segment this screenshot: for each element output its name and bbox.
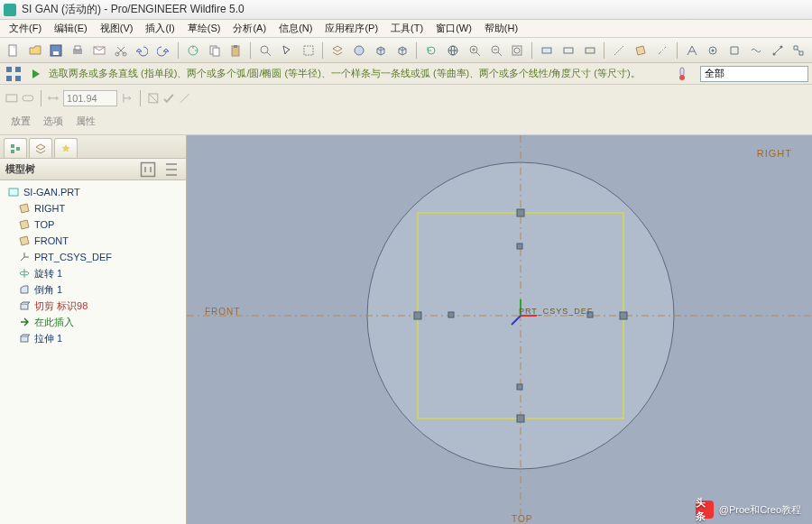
svg-line-30	[659, 47, 666, 54]
plane-icon	[18, 202, 31, 215]
dim2-button[interactable]	[558, 41, 578, 60]
tree-item[interactable]: FRONT	[2, 233, 184, 249]
tree-show-button[interactable]	[162, 161, 180, 178]
tree-item[interactable]: 旋转 1	[2, 265, 184, 281]
hint-toggle-button[interactable]	[4, 64, 23, 84]
tree-item[interactable]: 在此插入	[2, 314, 184, 330]
sketch-e-button[interactable]	[768, 41, 788, 60]
new-file-button[interactable]	[4, 41, 23, 60]
tab-placement[interactable]: 放置	[11, 115, 31, 128]
sketch-b-button[interactable]	[703, 41, 723, 60]
render-icon	[353, 44, 365, 57]
svg-line-41	[180, 94, 189, 103]
menu-tools[interactable]: 工具(T)	[385, 20, 429, 37]
sketch-line-icon[interactable]	[179, 90, 191, 106]
zoom-fit-icon	[511, 44, 523, 57]
zoom-fit-button[interactable]	[507, 41, 527, 60]
tree-root[interactable]: SI-GAN.PRT	[2, 184, 184, 200]
tab-properties[interactable]: 属性	[76, 115, 96, 128]
redo-icon	[157, 44, 170, 57]
tree-item-label: 切剪 标识98	[34, 299, 88, 313]
copy-button[interactable]	[205, 41, 225, 60]
svg-rect-50	[414, 312, 421, 319]
paste-button[interactable]	[226, 41, 245, 60]
svg-point-33	[772, 52, 775, 55]
ref-button[interactable]	[609, 41, 629, 60]
tree-item-label: 旋转 1	[34, 267, 62, 280]
redo-button[interactable]	[153, 41, 173, 60]
hint-play-icon	[29, 67, 43, 81]
globe-button[interactable]	[443, 41, 463, 60]
menu-help[interactable]: 帮助(H)	[479, 20, 523, 37]
svg-rect-44	[16, 147, 20, 151]
sketch-a-button[interactable]	[682, 41, 702, 60]
cube-button[interactable]	[371, 41, 391, 60]
open-file-button[interactable]	[25, 41, 45, 60]
sketch-depth-icon[interactable]	[121, 90, 134, 106]
sketch-d-button[interactable]	[746, 41, 766, 60]
render-button[interactable]	[349, 41, 369, 60]
box-select-button[interactable]	[299, 41, 318, 60]
save-disk-button[interactable]	[47, 41, 67, 60]
zoom-in-button[interactable]	[465, 41, 484, 60]
sketch-rect-icon[interactable]	[5, 90, 18, 106]
print-icon	[71, 44, 84, 57]
select-button[interactable]	[277, 41, 297, 60]
menu-window[interactable]: 窗口(W)	[430, 20, 477, 37]
extrude-icon	[18, 332, 31, 345]
dimension-input[interactable]	[63, 90, 117, 106]
menu-analysis[interactable]: 分析(A)	[227, 20, 272, 37]
undo-button[interactable]	[133, 41, 152, 60]
tree-settings-button[interactable]	[139, 161, 157, 178]
sketch-section-icon[interactable]	[147, 90, 160, 106]
dim1-icon	[540, 44, 553, 57]
sketch-f-button[interactable]	[789, 41, 808, 60]
svg-point-16	[355, 46, 364, 55]
tree-item[interactable]: 倒角 1	[2, 281, 184, 298]
tree-item[interactable]: TOP	[2, 216, 184, 233]
sketch-dim-icon[interactable]	[47, 90, 60, 106]
plane-icon	[18, 218, 31, 231]
graphics-viewport[interactable]: RIGHT TOP FRONT PRT_CSYS_DEF	[187, 135, 812, 524]
tab-layers[interactable]	[29, 138, 52, 158]
tree-item[interactable]: 切剪 标识98	[2, 298, 184, 314]
sketch-a-icon	[686, 44, 698, 57]
tree-item[interactable]: PRT_CSYS_DEF	[2, 249, 184, 265]
tab-star[interactable]	[54, 138, 78, 158]
menu-file[interactable]: 文件(F)	[4, 20, 47, 37]
menu-sketch[interactable]: 草绘(S)	[182, 20, 226, 37]
tab-tree[interactable]	[4, 138, 27, 158]
axis-button[interactable]	[652, 41, 672, 60]
layers-button[interactable]	[328, 41, 347, 60]
separator	[250, 42, 251, 59]
panel-title: 模型树	[5, 162, 35, 176]
tab-options[interactable]: 选项	[43, 115, 63, 128]
regenerate-button[interactable]	[183, 41, 203, 60]
dim3-button[interactable]	[580, 41, 600, 60]
wire-button[interactable]	[392, 41, 412, 60]
menu-app[interactable]: 应用程序(P)	[319, 20, 383, 37]
svg-rect-12	[234, 45, 237, 48]
mail-button[interactable]	[89, 41, 109, 60]
menu-edit[interactable]: 编辑(E)	[49, 20, 93, 37]
tree-item[interactable]: 拉伸 1	[2, 330, 184, 346]
tree-item[interactable]: RIGHT	[2, 200, 184, 216]
sketch-slot-icon[interactable]	[22, 90, 34, 106]
side-tabstrip	[0, 135, 186, 159]
find-button[interactable]	[255, 41, 275, 60]
filter-dropdown[interactable]: 全部	[700, 66, 808, 82]
sketch-check-icon[interactable]	[162, 90, 175, 106]
cut-button[interactable]	[111, 41, 131, 60]
print-button[interactable]	[68, 41, 88, 60]
menu-view[interactable]: 视图(V)	[95, 20, 139, 37]
dim1-button[interactable]	[537, 41, 557, 60]
insert-icon	[18, 316, 31, 328]
app-icon	[4, 4, 16, 16]
ref-icon	[613, 44, 625, 57]
menu-info[interactable]: 信息(N)	[273, 20, 318, 37]
refresh-button[interactable]	[421, 41, 441, 60]
plane-button[interactable]	[631, 41, 651, 60]
zoom-out-button[interactable]	[486, 41, 506, 60]
sketch-c-button[interactable]	[724, 41, 744, 60]
menu-insert[interactable]: 插入(I)	[140, 20, 180, 37]
